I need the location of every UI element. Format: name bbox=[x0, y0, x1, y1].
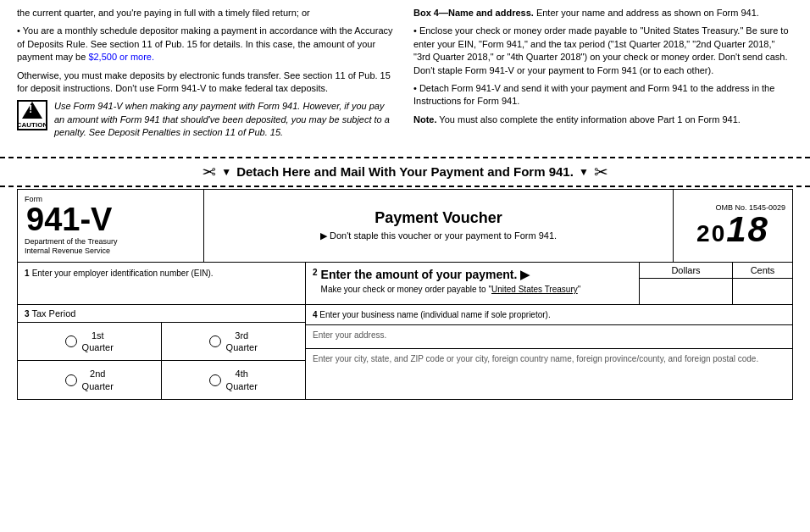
form-id-box: Form 941-V Department of the Treasury In… bbox=[18, 190, 204, 262]
note-text: You must also complete the entity inform… bbox=[439, 114, 740, 125]
year-display: 2018 bbox=[696, 212, 769, 247]
radio-4th-quarter[interactable] bbox=[209, 374, 221, 386]
top-left-column: the current quarter, and you're paying i… bbox=[17, 7, 397, 145]
right-bullet1: • Enclose your check or money order made… bbox=[413, 25, 793, 77]
voucher-row-3-4: 3 Tax Period 1stQuarter 3rdQuarter 2ndQu… bbox=[18, 305, 792, 399]
caution-icon: CAUTION bbox=[17, 100, 47, 130]
quarter-4th[interactable]: 4thQuarter bbox=[162, 360, 306, 399]
business-name-field-label: Enter your address. bbox=[313, 330, 785, 340]
row1-label: Enter your employer identification numbe… bbox=[32, 269, 214, 278]
cell-business-info: 4 Enter your business name (individual n… bbox=[306, 305, 792, 399]
tax-period-header: 3 Tax Period bbox=[18, 305, 305, 322]
form-number-main: 941-V bbox=[25, 203, 197, 236]
year-right: 18 bbox=[726, 209, 769, 249]
tax-period-label: Tax Period bbox=[31, 308, 75, 319]
detach-banner: ✂ ▼ Detach Here and Mail With Your Payme… bbox=[0, 157, 810, 187]
voucher-header: Form 941-V Department of the Treasury In… bbox=[18, 190, 792, 263]
radio-1st-quarter[interactable] bbox=[65, 335, 77, 347]
left-otherwise: Otherwise, you must make deposits by ele… bbox=[17, 69, 397, 96]
cell-tax-period: 3 Tax Period 1stQuarter 3rdQuarter 2ndQu… bbox=[18, 305, 306, 399]
top-right-column: Box 4—Name and address. Enter your name … bbox=[413, 7, 793, 145]
note-label: Note. bbox=[413, 114, 437, 125]
payment-sub-label: Make your check or money order payable t… bbox=[321, 285, 581, 294]
cell-payment: 2 Enter the amount of your payment. ▶ Ma… bbox=[306, 263, 640, 304]
cents-header: Cents bbox=[733, 263, 792, 278]
treasury-underline: United States Treasury bbox=[491, 285, 578, 294]
irs-label: Internal Revenue Service bbox=[25, 247, 197, 257]
quarter-grid: 1stQuarter 3rdQuarter 2ndQuarter 4thQuar… bbox=[18, 322, 305, 399]
quarter-3rd-label: 3rdQuarter bbox=[226, 330, 258, 354]
dc-value-row bbox=[640, 279, 792, 304]
right-bullet2: • Detach Form 941-V and send it with you… bbox=[413, 82, 793, 108]
radio-2nd-quarter[interactable] bbox=[65, 374, 77, 386]
quarter-4th-label: 4thQuarter bbox=[226, 368, 258, 392]
amount-highlight: $2,500 or more. bbox=[88, 52, 154, 62]
caution-text: Use Form 941-V when making any payment w… bbox=[54, 100, 397, 139]
city-field-label: Enter your city, state, and ZIP code or … bbox=[313, 354, 785, 363]
detach-arrow-left: ▼ bbox=[221, 166, 231, 178]
box4-heading: Box 4—Name and address. Enter your name … bbox=[413, 7, 793, 19]
quarter-3rd[interactable]: 3rdQuarter bbox=[162, 323, 306, 361]
business-name-field-row: Enter your address. bbox=[306, 325, 792, 349]
form-voucher: Form 941-V Department of the Treasury In… bbox=[17, 189, 793, 401]
note-paragraph: Note. You must also complete the entity … bbox=[413, 114, 793, 126]
payment-main-label: Enter the amount of your payment. ▶ bbox=[321, 268, 581, 281]
business-name-row: 4 Enter your business name (individual n… bbox=[306, 305, 792, 325]
city-field-row: Enter your city, state, and ZIP code or … bbox=[306, 349, 792, 369]
quarter-1st[interactable]: 1stQuarter bbox=[18, 323, 162, 361]
quarter-2nd[interactable]: 2ndQuarter bbox=[18, 360, 162, 399]
scissors-left-icon: ✂ bbox=[202, 162, 216, 182]
year-left: 20 bbox=[696, 220, 726, 247]
dept-label: Department of the Treasury bbox=[25, 237, 197, 247]
detach-arrow-right: ▼ bbox=[579, 166, 589, 178]
voucher-title: Payment Voucher bbox=[374, 209, 502, 227]
box4-text: Enter your name and address as shown on … bbox=[536, 8, 759, 18]
payment-labels: Enter the amount of your payment. ▶ Make… bbox=[321, 268, 581, 294]
box4-title: Box 4—Name and address. bbox=[413, 8, 534, 18]
quarter-1st-label: 1stQuarter bbox=[82, 330, 114, 354]
left-bullet1: the current quarter, and you're paying i… bbox=[17, 7, 397, 19]
top-section: the current quarter, and you're paying i… bbox=[0, 0, 810, 155]
caution-label: CAUTION bbox=[17, 120, 47, 130]
scissors-right-icon: ✂ bbox=[594, 162, 608, 182]
row3-num: 3 bbox=[25, 309, 30, 319]
dollars-header: Dollars bbox=[640, 263, 733, 278]
voucher-row-1-2: 1 Enter your employer identification num… bbox=[18, 263, 792, 305]
business-name-label: Enter your business name (individual nam… bbox=[319, 310, 550, 319]
quarter-2nd-label: 2ndQuarter bbox=[82, 368, 114, 392]
voucher-title-box: Payment Voucher ▶ Don't staple this vouc… bbox=[204, 190, 674, 262]
voucher-subtitle: ▶ Don't staple this voucher or your paym… bbox=[320, 230, 557, 241]
caution-triangle bbox=[22, 102, 42, 119]
cell-dollars-cents: Dollars Cents bbox=[640, 263, 792, 304]
cents-value-field[interactable] bbox=[733, 279, 792, 304]
cell-ein: 1 Enter your employer identification num… bbox=[18, 263, 306, 304]
row4-num: 4 bbox=[313, 310, 318, 319]
detach-text: Detach Here and Mail With Your Payment a… bbox=[236, 164, 574, 179]
form-number: 941-V bbox=[26, 203, 112, 236]
radio-3rd-quarter[interactable] bbox=[209, 335, 221, 347]
dollars-value-field[interactable] bbox=[640, 279, 733, 304]
form-subtitle: Department of the Treasury Internal Reve… bbox=[25, 237, 197, 257]
omb-box: OMB No. 1545-0029 2018 bbox=[674, 190, 792, 262]
page-container: the current quarter, and you're paying i… bbox=[0, 0, 810, 400]
left-bullet2: • You are a monthly schedule depositor m… bbox=[17, 25, 397, 64]
dc-header: Dollars Cents bbox=[640, 263, 792, 279]
row2-num: 2 bbox=[313, 268, 318, 277]
row1-num: 1 bbox=[25, 269, 30, 278]
caution-box: CAUTION Use Form 941-V when making any p… bbox=[17, 100, 397, 144]
